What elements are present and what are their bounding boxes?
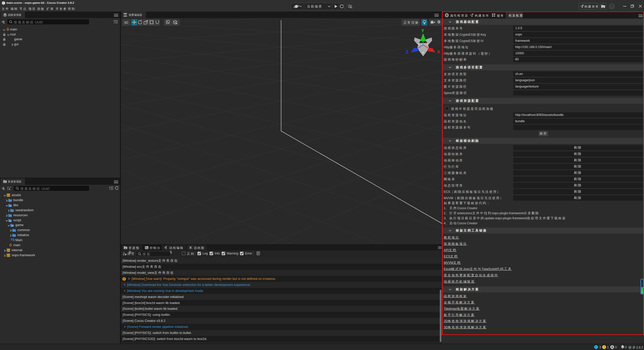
svg-text:Y: Y: [421, 29, 424, 33]
svg-text:X: X: [437, 50, 440, 54]
svg-text:Z: Z: [406, 50, 408, 54]
